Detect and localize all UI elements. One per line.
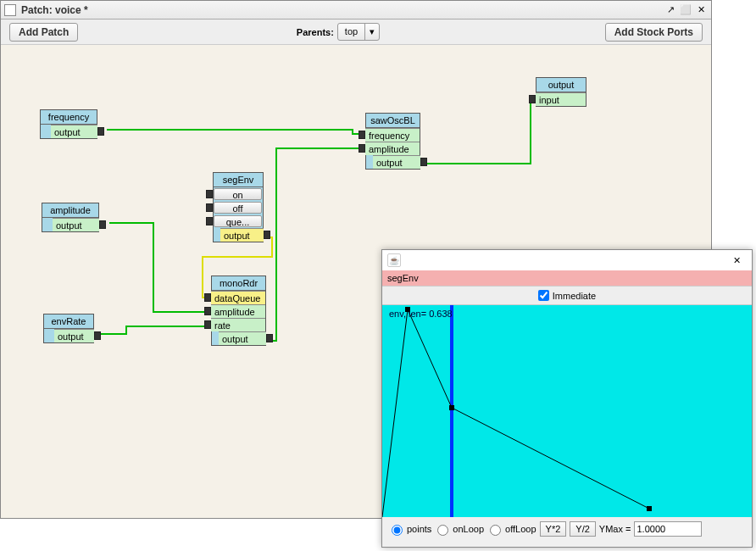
svg-rect-0 bbox=[450, 305, 453, 517]
node-title: frequency bbox=[41, 110, 97, 125]
node-title: amplitude bbox=[42, 203, 98, 218]
add-stock-ports-button[interactable]: Add Stock Ports bbox=[605, 23, 703, 42]
port-in-icon[interactable] bbox=[206, 190, 213, 198]
port-in-icon[interactable] bbox=[204, 293, 211, 302]
port-off[interactable]: off bbox=[214, 202, 262, 214]
node-segenv[interactable]: segEnv on off que... output bbox=[213, 172, 264, 242]
port-input[interactable]: input bbox=[536, 92, 586, 106]
parents-selected: top bbox=[338, 24, 364, 40]
node-title: output bbox=[536, 78, 586, 92]
port-dataqueue[interactable]: dataQueue bbox=[211, 291, 265, 304]
port-que[interactable]: que... bbox=[214, 215, 262, 227]
port-in-icon[interactable] bbox=[359, 144, 365, 153]
java-icon: ☕ bbox=[387, 253, 401, 267]
y-times-2-button[interactable]: Y*2 bbox=[540, 521, 567, 537]
port-out-icon[interactable] bbox=[99, 220, 106, 229]
ymax-label: YMax = bbox=[599, 524, 631, 534]
port-output[interactable]: output bbox=[220, 228, 264, 242]
port-output[interactable]: output bbox=[53, 218, 99, 231]
node-monordr[interactable]: monoRdr dataQueue amplitude rate output bbox=[211, 276, 266, 346]
maximize-icon[interactable]: ⬜ bbox=[679, 4, 692, 16]
radio-offloop[interactable]: offLoop bbox=[486, 522, 536, 536]
port-in-icon[interactable] bbox=[206, 217, 213, 225]
titlebar[interactable]: Patch: voice * ↗ ⬜ ✕ bbox=[1, 1, 711, 19]
port-in-icon[interactable] bbox=[204, 307, 211, 315]
node-output[interactable]: output input bbox=[536, 77, 586, 107]
node-envrate[interactable]: envRate output bbox=[43, 314, 94, 343]
radio-points-input[interactable] bbox=[392, 525, 403, 536]
port-out-icon[interactable] bbox=[266, 334, 273, 342]
svg-rect-2 bbox=[449, 405, 454, 410]
detach-icon[interactable]: ↗ bbox=[664, 4, 677, 16]
radio-points[interactable]: points bbox=[387, 522, 431, 536]
node-title: monoRdr bbox=[212, 276, 265, 291]
port-out-icon[interactable] bbox=[94, 331, 101, 340]
mode-radio-group: points onLoop offLoop bbox=[387, 522, 536, 536]
port-out-icon[interactable] bbox=[264, 231, 270, 239]
toolbar: Add Patch Parents: top ▾ Add Stock Ports bbox=[1, 19, 711, 45]
window-title: Patch: voice * bbox=[21, 4, 662, 16]
node-amplitude[interactable]: amplitude output bbox=[42, 203, 99, 232]
port-amplitude[interactable]: amplitude bbox=[365, 142, 420, 155]
port-in-icon[interactable] bbox=[529, 95, 536, 103]
env-header: segEnv bbox=[382, 270, 752, 287]
port-output[interactable]: output bbox=[219, 331, 266, 345]
port-in-icon[interactable] bbox=[359, 131, 365, 139]
port-in-icon[interactable] bbox=[206, 203, 213, 212]
envelope-editor-window[interactable]: ☕ ✕ segEnv Immediate env, len= 0.638 poi… bbox=[381, 249, 753, 548]
add-patch-button[interactable]: Add Patch bbox=[9, 23, 78, 42]
port-frequency[interactable]: frequency bbox=[365, 128, 420, 142]
svg-rect-3 bbox=[647, 506, 652, 511]
port-out-icon[interactable] bbox=[97, 127, 104, 136]
node-title: envRate bbox=[44, 314, 93, 329]
env-length-text: env, len= 0.638 bbox=[389, 309, 453, 319]
port-out-icon[interactable] bbox=[420, 158, 427, 166]
port-amplitude[interactable]: amplitude bbox=[211, 304, 265, 318]
y-div-2-button[interactable]: Y/2 bbox=[570, 521, 596, 537]
node-sawoscbl[interactable]: sawOscBL frequency amplitude output bbox=[365, 113, 420, 170]
chevron-down-icon[interactable]: ▾ bbox=[364, 24, 379, 40]
node-title: segEnv bbox=[214, 173, 263, 187]
radio-onloop[interactable]: onLoop bbox=[433, 522, 484, 536]
parents-label: Parents: bbox=[297, 27, 334, 37]
immediate-checkbox[interactable] bbox=[538, 290, 549, 301]
radio-offloop-input[interactable] bbox=[490, 525, 501, 536]
port-output[interactable]: output bbox=[373, 155, 420, 169]
close-icon[interactable]: ✕ bbox=[726, 253, 747, 268]
radio-onloop-input[interactable] bbox=[437, 525, 448, 536]
window-icon bbox=[4, 4, 16, 16]
env-footer: points onLoop offLoop Y*2 Y/2 YMax = bbox=[382, 517, 752, 541]
ymax-input[interactable] bbox=[634, 521, 702, 537]
env-titlebar[interactable]: ☕ ✕ bbox=[382, 250, 752, 270]
port-on[interactable]: on bbox=[214, 188, 262, 200]
parents-dropdown[interactable]: top ▾ bbox=[337, 23, 380, 41]
port-output[interactable]: output bbox=[54, 329, 94, 342]
envelope-canvas[interactable]: env, len= 0.638 bbox=[382, 305, 752, 517]
immediate-row: Immediate bbox=[382, 287, 752, 305]
node-title: sawOscBL bbox=[366, 114, 420, 128]
port-rate[interactable]: rate bbox=[211, 318, 265, 331]
close-icon[interactable]: ✕ bbox=[694, 4, 708, 16]
immediate-label: Immediate bbox=[553, 291, 596, 301]
port-in-icon[interactable] bbox=[204, 320, 211, 329]
port-output[interactable]: output bbox=[51, 125, 97, 138]
node-frequency[interactable]: frequency output bbox=[40, 109, 97, 139]
